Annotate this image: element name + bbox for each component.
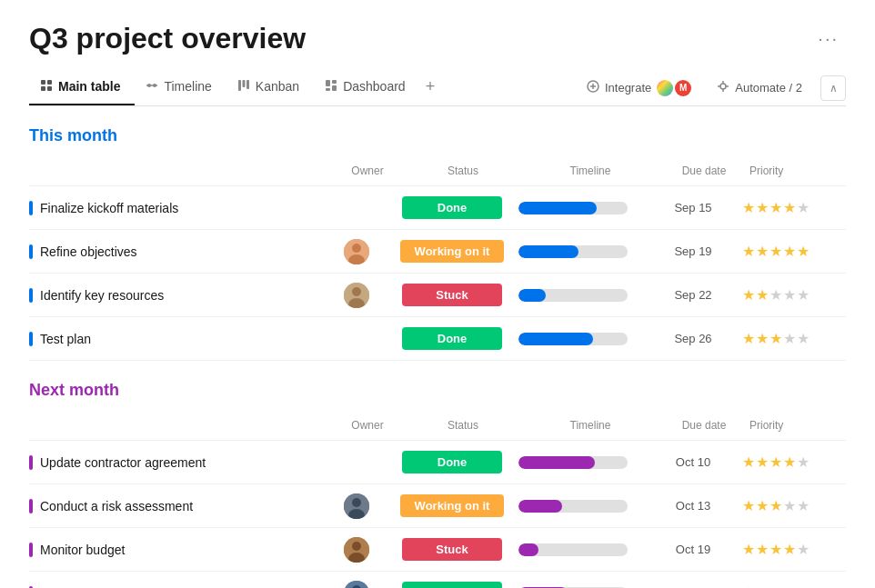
- timeline-cell-5: [511, 456, 648, 469]
- page-container: Q3 project overview ··· Main table Timel…: [0, 0, 875, 588]
- avatar-8: [344, 581, 369, 589]
- integrate-button[interactable]: Integrate M: [579, 76, 699, 100]
- status-badge-3[interactable]: Stuck: [402, 284, 502, 306]
- timeline-bar-bg-3: [518, 289, 628, 302]
- status-cell-2[interactable]: Working on it: [393, 240, 511, 263]
- add-tab-button[interactable]: +: [420, 70, 445, 105]
- owner-cell-3: [320, 283, 393, 308]
- task-name-7[interactable]: Monitor budget: [40, 543, 125, 557]
- tab-bar: Main table Timeline Kanban Dashboard +: [29, 70, 846, 106]
- status-badge-5[interactable]: Done: [402, 451, 502, 473]
- timeline-bar-fill-5: [518, 456, 595, 469]
- priority-cell-5: ★ ★ ★ ★ ★: [739, 453, 857, 471]
- col-duedate-nm: Due date: [659, 419, 749, 432]
- duedate-cell-4: Sep 26: [648, 332, 739, 345]
- status-cell-8[interactable]: Done: [393, 582, 511, 588]
- col-add-next-month: +: [868, 414, 875, 436]
- task-name-3[interactable]: Identify key resources: [40, 288, 164, 303]
- status-badge-1[interactable]: Done: [402, 196, 502, 219]
- duedate-cell-7: Oct 19: [648, 543, 739, 556]
- status-cell-3[interactable]: Stuck: [393, 284, 511, 306]
- table-row: Develop communication plan Done: [29, 572, 846, 588]
- status-cell-6[interactable]: Working on it: [393, 494, 511, 517]
- tab-main-table[interactable]: Main table: [29, 72, 135, 105]
- timeline-bar-bg-5: [518, 456, 628, 469]
- more-options-button[interactable]: ···: [810, 25, 846, 53]
- status-badge-6[interactable]: Working on it: [400, 494, 505, 517]
- svg-rect-2: [41, 86, 45, 91]
- tab-dashboard[interactable]: Dashboard: [314, 72, 420, 105]
- svg-rect-7: [238, 80, 241, 91]
- avatar-7: [344, 537, 369, 563]
- avatar-6: [344, 493, 369, 519]
- section-next-month-title: Next month: [29, 381, 119, 400]
- star-2-5: ★: [797, 243, 810, 260]
- duedate-cell-3: Sep 22: [648, 288, 739, 302]
- tab-kanban[interactable]: Kanban: [226, 72, 314, 105]
- svg-rect-3: [47, 86, 52, 91]
- avatar-2: [344, 239, 369, 264]
- row-left-border-3: [29, 288, 33, 303]
- star-1-5: ★: [797, 199, 810, 216]
- task-name-5[interactable]: Update contractor agreement: [40, 455, 206, 470]
- star-2-3: ★: [769, 243, 782, 260]
- integrate-label: Integrate: [605, 81, 651, 95]
- task-name-cell-4: Test plan: [29, 332, 320, 346]
- svg-point-15: [720, 84, 726, 89]
- table-header-next-month: Owner Status Timeline Due date Priority …: [29, 411, 846, 441]
- timeline-bar-bg-4: [518, 333, 628, 345]
- tab-timeline[interactable]: Timeline: [135, 72, 226, 105]
- status-cell-5[interactable]: Done: [393, 451, 511, 473]
- section-this-month: This month Owner Status Timeline Due dat…: [29, 126, 846, 361]
- status-cell-1[interactable]: Done: [393, 196, 511, 219]
- collapse-button[interactable]: ∧: [820, 75, 846, 101]
- table-row: Refine objectives Working on it: [29, 230, 846, 274]
- section-this-month-title: This month: [29, 126, 117, 145]
- page-header: Q3 project overview ···: [29, 22, 846, 55]
- star-5-1: ★: [742, 453, 755, 471]
- timeline-cell-7: [511, 543, 648, 556]
- timeline-cell-1: [511, 202, 648, 214]
- task-name-1[interactable]: Finalize kickoff materials: [40, 201, 178, 215]
- status-cell-4[interactable]: Done: [393, 327, 511, 350]
- owner-cell-7: [320, 537, 393, 563]
- table-row: Finalize kickoff materials Done Sep 15 ★…: [29, 186, 846, 230]
- timeline-bar-fill-4: [518, 333, 593, 345]
- status-badge-7[interactable]: Stuck: [402, 538, 502, 561]
- col-owner: Owner: [331, 164, 404, 177]
- task-name-cell-6: Conduct a risk assessment: [29, 499, 320, 513]
- star-6-5: ★: [797, 497, 810, 514]
- star-6-1: ★: [742, 497, 755, 514]
- task-name-cell-3: Identify key resources: [29, 288, 320, 303]
- task-name-2[interactable]: Refine objectives: [40, 244, 137, 259]
- row-left-border-7: [29, 543, 33, 557]
- timeline-bar-bg-7: [518, 543, 628, 556]
- star-5-2: ★: [756, 453, 769, 471]
- svg-rect-10: [326, 80, 330, 86]
- star-8-2: ★: [756, 584, 769, 588]
- status-badge-2[interactable]: Working on it: [400, 240, 505, 263]
- status-badge-8[interactable]: Done: [402, 582, 502, 588]
- table-header-this-month: Owner Status Timeline Due date Priority …: [29, 156, 846, 186]
- star-8-5: ★: [797, 584, 810, 588]
- status-cell-7[interactable]: Stuck: [393, 538, 511, 561]
- star-6-4: ★: [783, 497, 796, 514]
- col-owner-nm: Owner: [331, 419, 404, 432]
- owner-cell-2: [320, 239, 393, 264]
- timeline-cell-2: [511, 245, 648, 258]
- timeline-bar-fill-2: [518, 245, 578, 258]
- star-2-1: ★: [742, 243, 755, 260]
- task-name-6[interactable]: Conduct a risk assessment: [40, 499, 193, 513]
- task-name-4[interactable]: Test plan: [40, 332, 91, 346]
- star-4-2: ★: [756, 330, 769, 347]
- automate-button[interactable]: Automate / 2: [709, 76, 810, 99]
- star-6-2: ★: [756, 497, 769, 514]
- owner-cell-8: [320, 581, 393, 589]
- timeline-bar-bg-2: [518, 245, 628, 258]
- status-badge-4[interactable]: Done: [402, 327, 502, 350]
- star-7-1: ★: [742, 541, 755, 558]
- avatar-3: [344, 283, 369, 308]
- star-3-5: ★: [797, 286, 810, 304]
- star-4-3: ★: [769, 330, 782, 347]
- dashboard-icon: [325, 79, 337, 95]
